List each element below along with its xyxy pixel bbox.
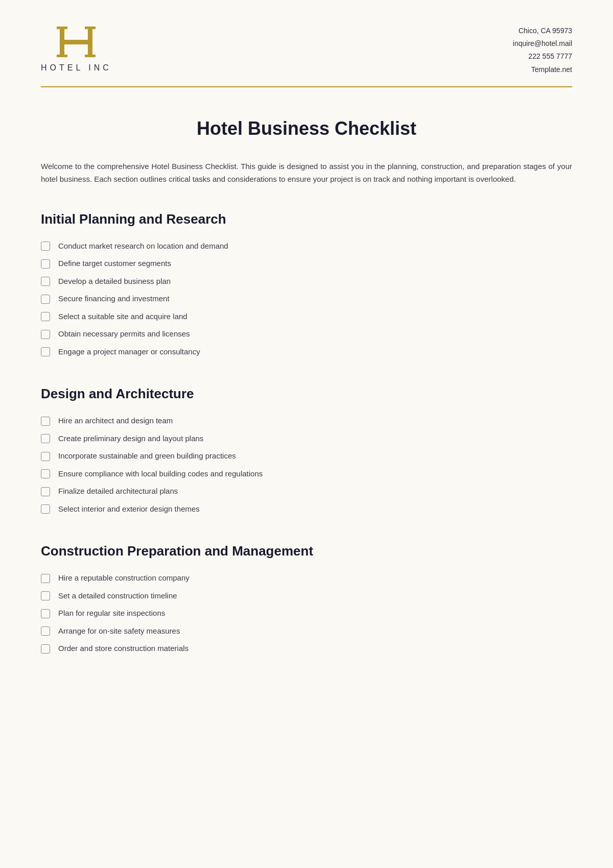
checklist-item-text: Arrange for on-site safety measures: [58, 625, 180, 637]
list-item: Select interior and exterior design them…: [41, 500, 572, 518]
list-item: Hire an architect and design team: [41, 412, 572, 430]
contact-website: Template.net: [513, 63, 572, 76]
intro-paragraph: Welcome to the comprehensive Hotel Busin…: [41, 160, 572, 186]
hotel-logo-icon: [56, 25, 97, 60]
svg-rect-6: [85, 55, 96, 57]
svg-rect-5: [57, 55, 67, 57]
list-item: Select a suitable site and acquire land: [41, 308, 572, 326]
section-heading-design-architecture: Design and Architecture: [41, 386, 572, 402]
list-item: Plan for regular site inspections: [41, 605, 572, 622]
checklist-item-text: Ensure compliance with local building co…: [58, 468, 263, 480]
checklist-item-text: Order and store construction materials: [58, 643, 188, 655]
checklist-item-text: Engage a project manager or consultancy: [58, 346, 200, 358]
checklist-item-text: Finalize detailed architectural plans: [58, 486, 178, 497]
checkbox-icon[interactable]: [41, 609, 50, 618]
contact-info: Chico, CA 95973 inquire@hotel.mail 222 5…: [513, 25, 572, 76]
list-item: Create preliminary design and layout pla…: [41, 430, 572, 448]
checklist-construction-preparation: Hire a reputable construction companySet…: [41, 569, 572, 658]
checklist-item-text: Secure financing and investment: [58, 293, 170, 305]
section-design-architecture: Design and ArchitectureHire an architect…: [41, 386, 572, 518]
list-item: Hire a reputable construction company: [41, 569, 572, 587]
list-item: Engage a project manager or consultancy: [41, 343, 572, 361]
checkbox-icon[interactable]: [41, 417, 50, 426]
checklist-item-text: Select interior and exterior design them…: [58, 503, 200, 515]
checklist-item-text: Conduct market research on location and …: [58, 240, 228, 252]
checkbox-icon[interactable]: [41, 312, 50, 321]
checkbox-icon[interactable]: [41, 434, 50, 443]
logo-section: HOTEL INC: [41, 25, 112, 73]
list-item: Develop a detailed business plan: [41, 273, 572, 291]
checkbox-icon[interactable]: [41, 347, 50, 356]
list-item: Secure financing and investment: [41, 290, 572, 308]
checkbox-icon[interactable]: [41, 591, 50, 600]
contact-phone: 222 555 7777: [513, 50, 572, 63]
checkbox-icon[interactable]: [41, 504, 50, 514]
contact-address: Chico, CA 95973: [513, 25, 572, 37]
list-item: Set a detailed construction timeline: [41, 587, 572, 605]
checklist-item-text: Select a suitable site and acquire land: [58, 311, 187, 323]
checkbox-icon[interactable]: [41, 487, 50, 496]
checkbox-icon[interactable]: [41, 277, 50, 286]
svg-rect-3: [57, 27, 67, 29]
checkbox-icon[interactable]: [41, 295, 50, 304]
list-item: Conduct market research on location and …: [41, 237, 572, 255]
checklist-initial-planning: Conduct market research on location and …: [41, 237, 572, 361]
checkbox-icon[interactable]: [41, 644, 50, 654]
section-heading-initial-planning: Initial Planning and Research: [41, 211, 572, 227]
checkbox-icon[interactable]: [41, 330, 50, 339]
checklist-item-text: Obtain necessary permits and licenses: [58, 328, 190, 340]
checklist-item-text: Develop a detailed business plan: [58, 276, 171, 287]
sections-container: Initial Planning and ResearchConduct mar…: [41, 211, 572, 658]
checklist-item-text: Incorporate sustainable and green buildi…: [58, 450, 236, 462]
list-item: Ensure compliance with local building co…: [41, 465, 572, 483]
checkbox-icon[interactable]: [41, 574, 50, 583]
list-item: Define target customer segments: [41, 255, 572, 273]
checkbox-icon[interactable]: [41, 259, 50, 269]
page-title: Hotel Business Checklist: [41, 118, 572, 139]
svg-rect-4: [85, 27, 96, 29]
checklist-item-text: Plan for regular site inspections: [58, 608, 165, 619]
checkbox-icon[interactable]: [41, 242, 50, 251]
checklist-item-text: Set a detailed construction timeline: [58, 590, 177, 602]
list-item: Order and store construction materials: [41, 640, 572, 658]
checklist-item-text: Create preliminary design and layout pla…: [58, 433, 203, 445]
checkbox-icon[interactable]: [41, 626, 50, 636]
page: HOTEL INC Chico, CA 95973 inquire@hotel.…: [0, 0, 613, 868]
checkbox-icon[interactable]: [41, 469, 50, 478]
header: HOTEL INC Chico, CA 95973 inquire@hotel.…: [41, 25, 572, 87]
contact-email: inquire@hotel.mail: [513, 37, 572, 50]
section-construction-preparation: Construction Preparation and ManagementH…: [41, 543, 572, 658]
list-item: Finalize detailed architectural plans: [41, 483, 572, 500]
section-initial-planning: Initial Planning and ResearchConduct mar…: [41, 211, 572, 361]
checklist-item-text: Hire a reputable construction company: [58, 572, 190, 584]
section-heading-construction-preparation: Construction Preparation and Management: [41, 543, 572, 559]
checkbox-icon[interactable]: [41, 452, 50, 461]
list-item: Incorporate sustainable and green buildi…: [41, 447, 572, 465]
svg-rect-2: [60, 40, 92, 44]
checklist-item-text: Hire an architect and design team: [58, 415, 173, 427]
list-item: Obtain necessary permits and licenses: [41, 325, 572, 343]
logo-text: HOTEL INC: [41, 63, 112, 73]
list-item: Arrange for on-site safety measures: [41, 622, 572, 640]
checklist-design-architecture: Hire an architect and design teamCreate …: [41, 412, 572, 518]
checklist-item-text: Define target customer segments: [58, 258, 171, 270]
